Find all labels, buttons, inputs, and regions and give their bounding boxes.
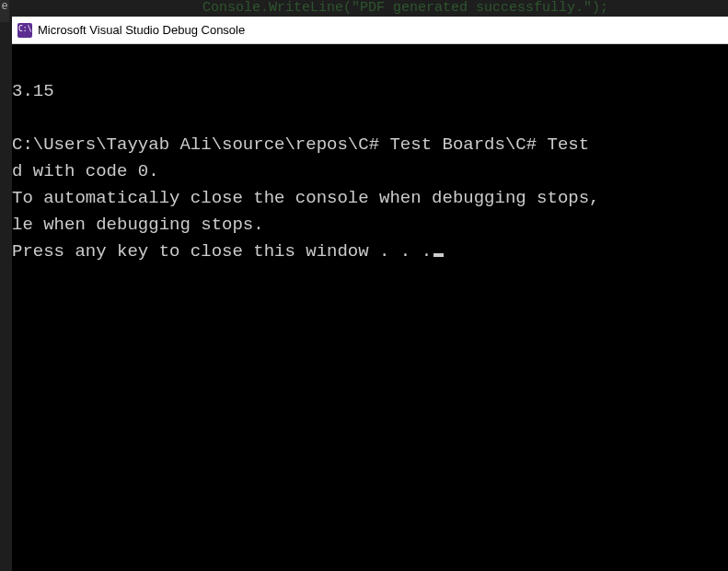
console-app-icon [17, 23, 32, 38]
window-title-text: Microsoft Visual Studio Debug Console [38, 23, 245, 37]
console-output[interactable]: 3.15 C:\Users\Tayyab Ali\source\repos\C#… [12, 44, 728, 571]
console-line: d with code 0. [12, 161, 159, 181]
window-title-bar[interactable]: Microsoft Visual Studio Debug Console [12, 17, 728, 44]
console-line: Press any key to close this window . . . [12, 241, 444, 262]
bg-code-fragment: Console.WriteLine("PDF generated success… [202, 0, 608, 16]
left-pillar-char: e [0, 0, 9, 22]
console-line: 3.15 [12, 81, 54, 101]
debug-console-window: Microsoft Visual Studio Debug Console 3.… [12, 17, 728, 571]
cursor-icon [433, 253, 444, 257]
console-line: C:\Users\Tayyab Ali\source\repos\C# Test… [12, 134, 589, 155]
console-line: To automatically close the console when … [12, 188, 600, 208]
console-line: le when debugging stops. [12, 215, 264, 235]
